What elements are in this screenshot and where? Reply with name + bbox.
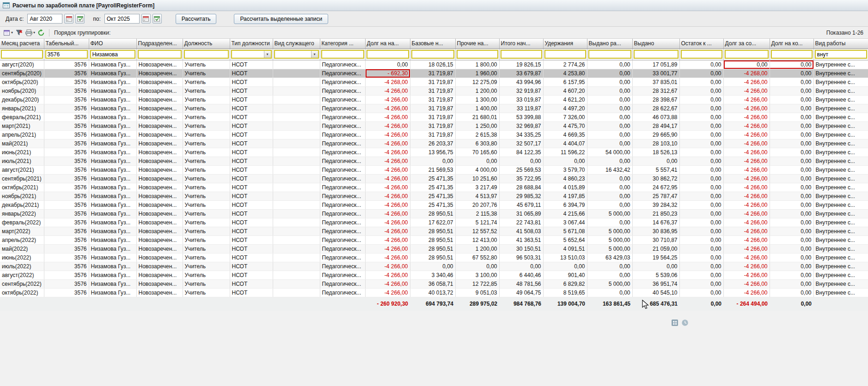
cell-paid_advance[interactable]: 5 000,00 <box>587 244 632 253</box>
cell-debt_end[interactable]: 0,00 <box>770 95 813 104</box>
cell-withholdings[interactable]: 4 215,66 <box>543 209 587 218</box>
cell-month[interactable]: август(2020) <box>0 60 44 69</box>
cell-withholdings[interactable]: 0,00 <box>543 157 587 165</box>
cell-category[interactable]: Педагогическ... <box>320 183 365 192</box>
cell-fio[interactable]: Низамова Гуз... <box>89 104 136 113</box>
cell-debt_period[interactable]: -4 266,00 <box>723 78 770 86</box>
cell-total_accrued[interactable]: 32 919,87 <box>499 86 543 95</box>
filter-input-paid_advance[interactable] <box>588 50 631 59</box>
column-header-category[interactable]: Категория ... <box>320 39 365 48</box>
cell-paid[interactable]: 36 951,74 <box>632 279 679 288</box>
cell-remainder[interactable]: 0,00 <box>679 253 723 262</box>
cell-debt_period[interactable]: -4 266,00 <box>723 86 770 95</box>
cell-other_accruals[interactable]: 9 051,03 <box>455 288 499 297</box>
cell-debt_end[interactable]: 0,00 <box>770 139 813 148</box>
cell-paid_advance[interactable]: 0,00 <box>587 86 632 95</box>
cell-remainder[interactable]: 0,00 <box>679 157 723 165</box>
cell-debt_start[interactable]: -4 266,00 <box>365 183 410 192</box>
cell-fio[interactable]: Низамова Гуз... <box>89 271 136 279</box>
column-header-work_kind[interactable]: Вид работы <box>813 39 868 48</box>
cell-month[interactable]: ноябрь(2021) <box>0 192 44 200</box>
filter-input-debt_end[interactable] <box>771 50 813 59</box>
cell-paid[interactable]: 30 862,72 <box>632 174 679 183</box>
clear-filter-icon[interactable] <box>15 28 23 37</box>
cell-total_accrued[interactable]: 49 064,75 <box>499 288 543 297</box>
cell-position[interactable]: Учитель <box>183 60 230 69</box>
cell-remainder[interactable]: 0,00 <box>679 139 723 148</box>
tray-icon-grid[interactable] <box>671 319 679 328</box>
cell-category[interactable]: Педагогическ... <box>320 262 365 271</box>
cell-withholdings[interactable]: 5 671,08 <box>543 227 587 235</box>
cell-withholdings[interactable]: 4 497,20 <box>543 104 587 113</box>
cell-base_accruals[interactable]: 13 956,75 <box>410 148 455 157</box>
cell-work_kind[interactable]: Внутреннее с... <box>813 253 868 262</box>
table-row[interactable]: август(2022)3576Низамова Гуз...Новозареч… <box>0 271 868 279</box>
cell-withholdings[interactable]: 11 596,22 <box>543 148 587 157</box>
cell-debt_period[interactable]: -4 266,00 <box>723 253 770 262</box>
cell-tab_no[interactable]: 3576 <box>44 104 89 113</box>
column-header-debt_start[interactable]: Долг на на... <box>365 39 410 48</box>
cell-position[interactable]: Учитель <box>183 253 230 262</box>
cell-total_accrued[interactable]: 41 508,03 <box>499 227 543 235</box>
cell-paid[interactable]: 21 850,23 <box>632 209 679 218</box>
cell-debt_end[interactable]: 0,00 <box>770 192 813 200</box>
cell-withholdings[interactable]: 6 157,95 <box>543 78 587 86</box>
column-header-department[interactable]: Подразделен... <box>136 39 183 48</box>
cell-withholdings[interactable]: 8 519,65 <box>543 288 587 297</box>
date-to-clear-icon[interactable] <box>153 14 162 24</box>
cell-fio[interactable]: Низамова Гуз... <box>89 227 136 235</box>
cell-total_accrued[interactable]: 29 985,32 <box>499 192 543 200</box>
cell-department[interactable]: Новозаречен... <box>136 165 183 174</box>
cell-fio[interactable]: Низамова Гуз... <box>89 262 136 271</box>
cell-base_accruals[interactable]: 25 471,35 <box>410 200 455 209</box>
cell-other_accruals[interactable]: 1 250,00 <box>455 121 499 130</box>
cell-debt_end[interactable]: 0,00 <box>770 121 813 130</box>
cell-base_accruals[interactable]: 31 719,87 <box>410 95 455 104</box>
cell-tab_no[interactable]: 3576 <box>44 192 89 200</box>
cell-category[interactable]: Педагогическ... <box>320 69 365 78</box>
cell-remainder[interactable]: 0,00 <box>679 113 723 121</box>
cell-other_accruals[interactable]: 1 400,00 <box>455 104 499 113</box>
table-row[interactable]: апрель(2021)3576Низамова Гуз...Новозареч… <box>0 130 868 139</box>
date-from-calendar-icon[interactable] <box>64 14 73 24</box>
cell-work_kind[interactable]: Внутреннее с... <box>813 104 868 113</box>
cell-fio[interactable]: Низамова Гуз... <box>89 113 136 121</box>
cell-paid_advance[interactable]: 0,00 <box>587 183 632 192</box>
cell-position[interactable]: Учитель <box>183 235 230 244</box>
cell-month[interactable]: сентябрь(2022) <box>0 279 44 288</box>
cell-withholdings[interactable]: 4 091,51 <box>543 244 587 253</box>
cell-withholdings[interactable]: 2 774,26 <box>543 60 587 69</box>
date-from-input[interactable] <box>27 14 62 24</box>
filter-input-category[interactable] <box>321 50 364 59</box>
cell-debt_end[interactable]: 0,00 <box>770 200 813 209</box>
cell-tab_no[interactable]: 3576 <box>44 165 89 174</box>
cell-withholdings[interactable]: 7 326,00 <box>543 113 587 121</box>
cell-base_accruals[interactable]: 31 719,87 <box>410 69 455 78</box>
cell-debt_start[interactable]: -4 266,00 <box>365 130 410 139</box>
cell-position[interactable]: Учитель <box>183 69 230 78</box>
cell-paid[interactable]: 28 103,10 <box>632 139 679 148</box>
cell-debt_period[interactable]: -4 266,00 <box>723 121 770 130</box>
cell-tab_no[interactable]: 3576 <box>44 253 89 262</box>
cell-other_accruals[interactable]: 10 251,60 <box>455 174 499 183</box>
cell-work_kind[interactable]: Внутреннее с... <box>813 227 868 235</box>
cell-position_type[interactable]: НСОТ <box>230 60 273 69</box>
dropdown-arrow-icon[interactable]: ▾ <box>264 51 271 58</box>
cell-category[interactable]: Педагогическ... <box>320 253 365 262</box>
cell-debt_end[interactable]: 0,00 <box>770 244 813 253</box>
cell-work_kind[interactable]: Внутреннее с... <box>813 60 868 69</box>
cell-base_accruals[interactable]: 0,00 <box>410 157 455 165</box>
cell-debt_start[interactable]: -4 266,00 <box>365 200 410 209</box>
cell-employee_kind[interactable] <box>273 69 320 78</box>
cell-month[interactable]: июль(2022) <box>0 262 44 271</box>
table-row[interactable]: декабрь(2020)3576Низамова Гуз...Новозаре… <box>0 95 868 104</box>
cell-employee_kind[interactable] <box>273 192 320 200</box>
cell-tab_no[interactable]: 3576 <box>44 121 89 130</box>
cell-paid_advance[interactable]: 0,00 <box>587 271 632 279</box>
cell-department[interactable]: Новозаречен... <box>136 139 183 148</box>
cell-work_kind[interactable]: Внутреннее с... <box>813 86 868 95</box>
cell-paid_advance[interactable]: 5 000,00 <box>587 227 632 235</box>
cell-total_accrued[interactable]: 41 363,51 <box>499 235 543 244</box>
cell-position[interactable]: Учитель <box>183 121 230 130</box>
cell-fio[interactable]: Низамова Гуз... <box>89 78 136 86</box>
